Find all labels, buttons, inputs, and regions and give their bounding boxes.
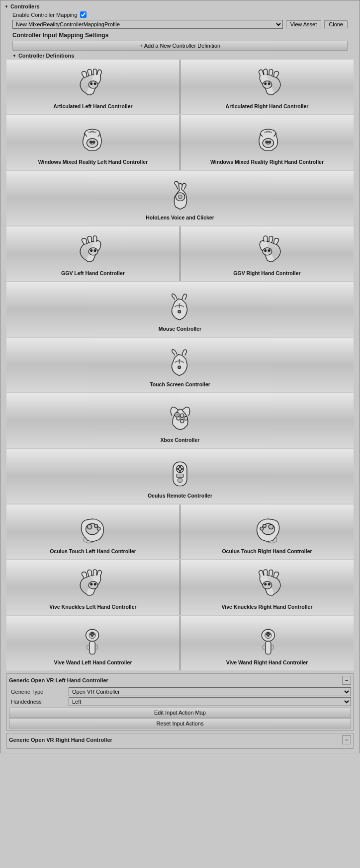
add-controller-button[interactable]: + Add a New Controller Definition xyxy=(12,41,348,51)
svg-point-22 xyxy=(94,249,96,251)
generic-right-section: Generic Open VR Right Hand Controller − xyxy=(6,733,354,749)
svg-point-16 xyxy=(268,141,270,143)
ggv-grid: GGV Left Hand Controller GGV Right xyxy=(6,226,354,281)
vive-knuckles-left-label: Vive Knuckles Left Hand Controller xyxy=(49,604,136,610)
touchscreen-grid: Touch Screen Controller xyxy=(6,338,354,392)
profile-row: New MixedRealityControllerMappingProfile… xyxy=(2,19,358,30)
oculus-remote-icon xyxy=(160,456,200,491)
articulated-left-icon xyxy=(73,67,113,101)
hololens-label: HoloLens Voice and Clicker xyxy=(146,215,214,220)
definitions-header: ▼ Controller Definitions xyxy=(6,52,354,60)
articulated-left-card[interactable]: Articulated Left Hand Controller xyxy=(6,60,180,114)
touchscreen-card[interactable]: Touch Screen Controller xyxy=(6,338,354,392)
oculus-touch-grid: Oculus Touch Left Hand Controller Oculus… xyxy=(6,505,354,559)
generic-left-header: Generic Open VR Left Hand Controller − xyxy=(9,676,351,685)
oculus-touch-right-card[interactable]: Oculus Touch Right Hand Controller xyxy=(180,505,354,559)
svg-point-31 xyxy=(180,419,183,423)
vive-knuckles-left-card[interactable]: Vive Knuckles Left Hand Controller xyxy=(6,560,180,615)
handedness-row: Handedness Left xyxy=(9,697,351,707)
articulated-right-card[interactable]: Articulated Right Hand Controller xyxy=(180,60,354,114)
collapse-triangle-icon[interactable]: ▼ xyxy=(4,4,8,9)
articulated-grid: Articulated Left Hand Controller xyxy=(6,60,354,114)
articulated-right-label: Articulated Right Hand Controller xyxy=(226,103,309,109)
svg-point-49 xyxy=(263,524,266,527)
svg-point-25 xyxy=(264,249,266,251)
oculus-touch-right-label: Oculus Touch Right Hand Controller xyxy=(222,548,312,554)
generic-left-remove-button[interactable]: − xyxy=(342,676,351,685)
ggv-left-card[interactable]: GGV Left Hand Controller xyxy=(6,226,180,281)
svg-point-4 xyxy=(268,82,270,84)
svg-point-0 xyxy=(89,81,98,88)
view-asset-button[interactable]: View Asset xyxy=(286,20,322,28)
wmr-right-card[interactable]: Windows Mixed Reality Right Hand Control… xyxy=(180,115,354,170)
hololens-card[interactable]: HoloLens Voice and Clicker xyxy=(6,171,354,225)
svg-point-3 xyxy=(263,81,272,88)
svg-point-68 xyxy=(267,632,269,634)
svg-point-2 xyxy=(94,82,96,84)
svg-rect-66 xyxy=(265,641,270,654)
svg-point-1 xyxy=(90,82,92,84)
ggv-right-icon xyxy=(247,233,287,268)
generic-type-label: Generic Type xyxy=(9,689,69,695)
svg-point-39 xyxy=(180,466,181,468)
vive-wand-left-icon xyxy=(73,623,113,657)
definitions-collapse-icon[interactable]: ▼ xyxy=(12,54,16,58)
vive-knuckles-right-icon xyxy=(247,567,287,602)
wmr-left-card[interactable]: Windows Mixed Reality Left Hand Controll… xyxy=(6,115,180,170)
oculus-touch-left-card[interactable]: Oculus Touch Left Hand Controller xyxy=(6,505,180,559)
vive-wand-right-card[interactable]: Vive Wand Right Hand Controller xyxy=(180,616,354,670)
svg-point-10 xyxy=(90,141,92,143)
vive-wand-grid: Vive Wand Left Hand Controller xyxy=(6,616,354,670)
svg-point-52 xyxy=(90,583,92,585)
xbox-card[interactable]: Xbox Controller xyxy=(6,393,354,448)
svg-point-23 xyxy=(263,248,272,255)
mouse-card[interactable]: Mouse Controller xyxy=(6,282,354,337)
generic-right-remove-button[interactable]: − xyxy=(342,735,351,744)
svg-point-61 xyxy=(91,632,93,634)
ggv-right-card[interactable]: GGV Right Hand Controller xyxy=(180,226,354,281)
wmr-grid: Windows Mixed Reality Left Hand Controll… xyxy=(6,115,354,170)
vive-knuckles-right-label: Vive Knuckles Right Hand Controller xyxy=(221,604,312,610)
oculus-remote-grid: Oculus Remote Controller xyxy=(6,449,354,504)
svg-point-62 xyxy=(93,634,94,635)
enable-controller-row: Enable Controller Mapping xyxy=(2,10,358,19)
touchscreen-label: Touch Screen Controller xyxy=(150,381,210,387)
vive-wand-right-label: Vive Wand Right Hand Controller xyxy=(226,659,308,665)
vive-wand-left-label: Vive Wand Left Hand Controller xyxy=(54,659,132,665)
xbox-label: Xbox Controller xyxy=(161,437,200,443)
svg-point-51 xyxy=(89,581,98,589)
vive-knuckles-right-card[interactable]: Vive Knuckles Right Hand Controller xyxy=(180,560,354,615)
oculus-remote-card[interactable]: Oculus Remote Controller xyxy=(6,449,354,504)
svg-point-42 xyxy=(181,468,182,469)
svg-point-40 xyxy=(178,468,179,469)
definitions-title: Controller Definitions xyxy=(18,53,74,59)
svg-point-38 xyxy=(178,478,182,482)
enable-controller-checkbox[interactable] xyxy=(80,11,87,18)
vive-wand-left-card[interactable]: Vive Wand Left Hand Controller xyxy=(6,616,180,670)
wmr-left-icon xyxy=(73,122,113,157)
articulated-right-icon xyxy=(247,67,287,101)
svg-rect-37 xyxy=(177,474,184,477)
clone-button[interactable]: Clone xyxy=(324,20,348,28)
svg-point-28 xyxy=(180,414,183,417)
reset-input-actions-button[interactable]: Reset Input Actions xyxy=(9,719,351,728)
svg-rect-59 xyxy=(90,641,95,654)
svg-point-53 xyxy=(94,583,96,585)
handedness-label: Handedness xyxy=(9,699,69,705)
vive-knuckles-left-icon xyxy=(73,567,113,602)
generic-right-header: Generic Open VR Right Hand Controller − xyxy=(9,735,351,744)
profile-dropdown[interactable]: New MixedRealityControllerMappingProfile xyxy=(12,20,283,29)
oculus-touch-right-icon xyxy=(247,511,287,546)
mouse-grid: Mouse Controller xyxy=(6,282,354,337)
svg-point-69 xyxy=(266,634,268,635)
xbox-grid: Xbox Controller xyxy=(6,393,354,448)
ggv-left-icon xyxy=(73,233,113,268)
generic-left-section: Generic Open VR Left Hand Controller − G… xyxy=(6,673,354,731)
wmr-right-label: Windows Mixed Reality Right Hand Control… xyxy=(210,159,324,165)
generic-type-row: Generic Type Open VR Controller xyxy=(9,687,351,697)
svg-point-24 xyxy=(268,249,270,251)
handedness-dropdown[interactable]: Left xyxy=(69,697,351,706)
edit-input-action-map-button[interactable]: Edit Input Action Map xyxy=(9,708,351,718)
generic-type-dropdown[interactable]: Open VR Controller xyxy=(69,687,351,696)
svg-point-60 xyxy=(90,634,91,635)
